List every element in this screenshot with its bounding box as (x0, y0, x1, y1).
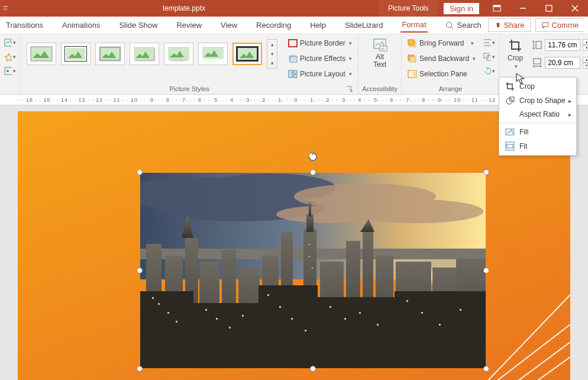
picture-styles-gallery[interactable]: ▴ ▾ ▾ (24, 37, 280, 71)
group-accessibility: ab Alt Text Accessibility (358, 34, 402, 94)
group-adjust-partial: ▾ ▾ ▾ (0, 34, 21, 94)
resize-handle-l[interactable] (137, 268, 143, 273)
svg-rect-89 (167, 312, 169, 314)
search-label: Search (457, 21, 482, 30)
svg-rect-82 (140, 291, 193, 368)
send-backward-icon (408, 54, 417, 63)
qat-customize-dropdown[interactable] (2, 0, 8, 17)
style-thumb-4[interactable] (130, 43, 159, 65)
styles-dialog-launcher[interactable] (346, 86, 353, 93)
search-button[interactable]: Search (444, 18, 483, 32)
width-row: ▴▾ (532, 57, 588, 69)
crop-icon (505, 82, 515, 91)
width-icon (532, 57, 542, 68)
resize-handle-r[interactable] (483, 268, 489, 273)
maximize-button[interactable] (536, 0, 562, 17)
crop-button[interactable]: Crop ▾ (503, 37, 527, 71)
picture-border-label: Picture Border (300, 39, 345, 47)
sign-in-button[interactable]: Sign in (444, 3, 479, 14)
menu-fit[interactable]: Fit (499, 139, 576, 153)
remove-background-button[interactable]: ▾ (4, 37, 17, 49)
tab-slideshow[interactable]: Slide Show (118, 18, 159, 32)
resize-handle-br[interactable] (483, 366, 489, 372)
minimize-button[interactable] (510, 0, 536, 17)
selected-picture[interactable] (140, 173, 486, 368)
height-input[interactable] (545, 39, 580, 51)
tab-format[interactable]: Format (400, 18, 427, 33)
picture-layout-button[interactable]: Picture Layout▾ (286, 67, 354, 80)
svg-rect-39 (536, 41, 541, 49)
menu-fill[interactable]: Fill (499, 125, 576, 139)
resize-handle-tr[interactable] (483, 169, 489, 175)
tab-slidelizard[interactable]: SlideLizard (344, 18, 384, 32)
tab-help[interactable]: Help (309, 18, 327, 32)
svg-rect-71 (306, 214, 314, 232)
crop-icon (508, 38, 522, 53)
corrections-button[interactable]: ▾ (4, 51, 17, 63)
style-thumb-6[interactable] (198, 43, 228, 65)
send-backward-label: Send Backward (419, 54, 469, 63)
gallery-more-button[interactable]: ▾ (267, 59, 277, 68)
resize-handle-tl[interactable] (137, 169, 143, 175)
ribbon-display-options-button[interactable] (484, 0, 510, 17)
align-button[interactable]: ▾ (483, 37, 496, 49)
tab-animations[interactable]: Animations (61, 18, 101, 32)
rotation-handle[interactable] (308, 152, 318, 162)
svg-rect-13 (100, 47, 120, 60)
svg-rect-93 (229, 327, 231, 329)
slide[interactable] (18, 111, 570, 380)
tab-recording[interactable]: Recording (255, 18, 292, 32)
svg-rect-85 (318, 297, 395, 368)
resize-handle-b[interactable] (310, 366, 316, 372)
svg-rect-99 (329, 306, 331, 308)
send-backward-button[interactable]: Send Backward▾ (405, 52, 478, 65)
group-objects-button[interactable]: ▾ (483, 51, 496, 63)
menu-crop[interactable]: Crop (499, 79, 576, 94)
style-thumb-7[interactable] (232, 43, 262, 65)
svg-rect-34 (410, 57, 416, 62)
comments-label: Comme (551, 21, 579, 30)
menu-aspect-ratio[interactable]: Aspect Ratio ▸ (499, 108, 576, 121)
height-icon (532, 40, 542, 50)
gallery-down-button[interactable]: ▾ (267, 49, 277, 59)
close-button[interactable] (562, 0, 588, 17)
svg-rect-90 (176, 321, 177, 323)
picture-effects-button[interactable]: Picture Effects▾ (286, 52, 354, 65)
bring-forward-button[interactable]: Bring Forward▾ (405, 37, 478, 50)
style-thumb-2[interactable] (61, 43, 91, 65)
group-styles-label: Picture Styles (24, 84, 354, 94)
resize-handle-t[interactable] (310, 169, 316, 175)
comment-icon (542, 22, 549, 29)
color-button[interactable]: ▾ (4, 65, 17, 77)
bring-forward-icon (408, 38, 417, 48)
document-title: template.pptx (163, 4, 205, 12)
menu-aspect-label: Aspect Ratio (519, 110, 560, 118)
titlebar-right: Sign in (444, 0, 588, 17)
svg-rect-43 (506, 129, 514, 135)
svg-rect-109 (312, 268, 313, 269)
alt-text-button[interactable]: ab Alt Text (368, 37, 392, 70)
svg-rect-10 (31, 47, 52, 61)
share-button[interactable]: Share (488, 18, 531, 32)
resize-handle-bl[interactable] (137, 366, 143, 372)
width-input[interactable] (545, 57, 580, 69)
svg-rect-95 (267, 294, 269, 296)
comments-button[interactable]: Comme (535, 18, 584, 32)
svg-rect-92 (216, 318, 218, 320)
selection-pane-button[interactable]: Selection Pane (405, 67, 478, 80)
width-spinner[interactable]: ▴▾ (583, 57, 588, 69)
height-spinner[interactable]: ▴▾ (583, 39, 588, 51)
gallery-up-button[interactable]: ▴ (267, 40, 277, 49)
svg-rect-104 (421, 312, 423, 314)
style-thumb-5[interactable] (164, 43, 193, 65)
picture-effects-label: Picture Effects (300, 54, 345, 63)
menu-crop-to-shape[interactable]: Crop to Shape ▸ (499, 94, 576, 108)
tab-transitions[interactable]: Transitions (5, 18, 44, 32)
rotate-button[interactable]: ▾ (483, 65, 496, 77)
search-icon (445, 21, 454, 30)
picture-border-button[interactable]: Picture Border▾ (286, 37, 354, 50)
tab-review[interactable]: Review (175, 18, 203, 32)
style-thumb-1[interactable] (27, 43, 56, 65)
tab-view[interactable]: View (219, 18, 238, 32)
style-thumb-3[interactable] (95, 43, 125, 65)
